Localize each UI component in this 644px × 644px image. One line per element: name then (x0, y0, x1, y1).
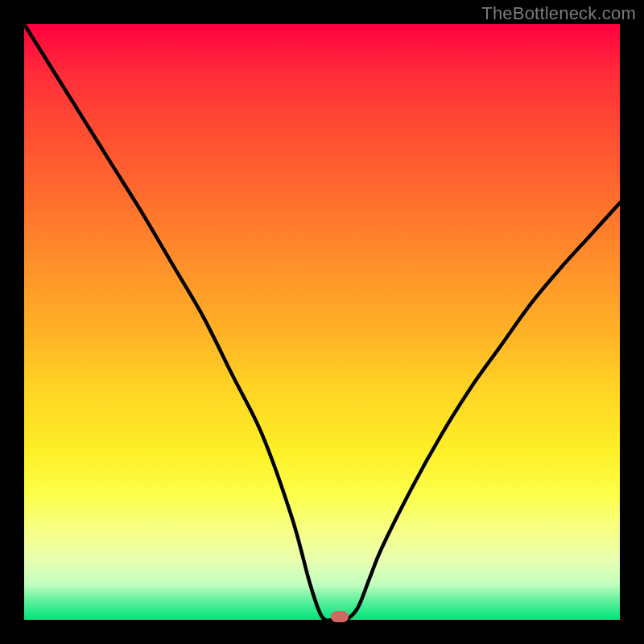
plot-area (24, 24, 620, 620)
chart-frame: TheBottleneck.com (0, 0, 644, 644)
bottleneck-curve (24, 24, 620, 620)
watermark-text: TheBottleneck.com (481, 3, 636, 24)
optimal-marker (331, 611, 349, 622)
